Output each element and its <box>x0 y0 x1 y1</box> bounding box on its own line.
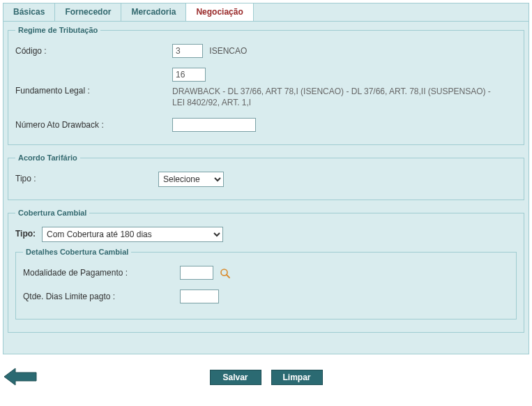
tab-negociacao[interactable]: Negociação <box>186 3 253 21</box>
legend-regime: Regime de Tributação <box>15 26 100 34</box>
tab-bar: Básicas Fornecedor Mercadoria Negociação <box>3 3 529 22</box>
svg-line-1 <box>227 275 229 278</box>
fieldset-cobertura-cambial: Cobertura Cambial Tipo: Com Cobertura at… <box>8 209 524 333</box>
select-acordo-tipo[interactable]: Selecione <box>158 172 224 187</box>
label-fundamento: Fundamento Legal : <box>15 68 172 96</box>
label-codigo: Código : <box>15 44 172 56</box>
main-panel: Básicas Fornecedor Mercadoria Negociação… <box>3 3 529 354</box>
label-drawback: Número Ato Drawback : <box>15 118 172 130</box>
input-dias-limite[interactable] <box>180 290 219 303</box>
save-button[interactable]: Salvar <box>210 370 261 385</box>
label-modalidade: Modalidade de Pagamento : <box>23 266 180 278</box>
input-modalidade[interactable] <box>180 266 213 280</box>
search-icon[interactable] <box>220 268 231 279</box>
fieldset-regime-tributacao: Regime de Tributação Código : ISENCAO Fu… <box>8 26 524 145</box>
input-codigo[interactable] <box>172 44 203 58</box>
clear-button[interactable]: Limpar <box>271 370 323 385</box>
back-arrow-icon[interactable] <box>3 367 38 386</box>
text-fundamento-desc: DRAWBACK - DL 37/66, ART 78,I (ISENCAO) … <box>172 86 493 108</box>
tab-mercadoria[interactable]: Mercadoria <box>121 3 186 21</box>
label-dias-limite: Qtde. Dias Limite pagto : <box>23 290 180 301</box>
legend-cobertura: Cobertura Cambial <box>15 209 89 217</box>
input-fundamento-code[interactable] <box>172 68 206 82</box>
select-cobertura-tipo[interactable]: Com Cobertura até 180 dias <box>42 227 223 242</box>
legend-acordo: Acordo Tarifário <box>15 153 80 162</box>
fieldset-acordo-tarifario: Acordo Tarifário Tipo : Selecione <box>8 153 524 200</box>
input-drawback[interactable] <box>172 118 256 132</box>
tab-basicas[interactable]: Básicas <box>3 3 55 21</box>
tab-content: Regime de Tributação Código : ISENCAO Fu… <box>3 22 529 354</box>
text-codigo-desc: ISENCAO <box>209 46 247 56</box>
label-acordo-tipo: Tipo : <box>15 172 158 183</box>
label-cobertura-tipo: Tipo: <box>15 227 42 239</box>
svg-marker-2 <box>4 368 36 385</box>
fieldset-detalhes-cobertura: Detalhes Cobertura Cambial Modalidade de… <box>15 248 517 319</box>
action-bar: Salvar Limpar <box>3 370 529 385</box>
legend-detalhes: Detalhes Cobertura Cambial <box>23 248 131 256</box>
tab-fornecedor[interactable]: Fornecedor <box>55 3 121 21</box>
